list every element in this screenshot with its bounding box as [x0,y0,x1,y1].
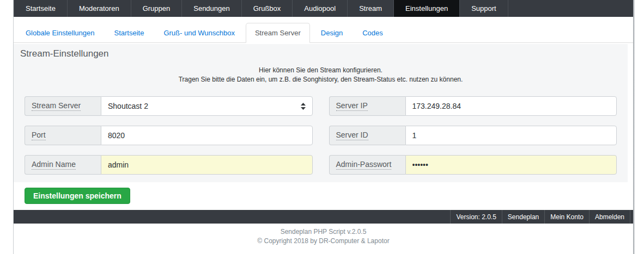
tab-gruss-und-wunschbox[interactable]: Gruß- und Wunschbox [155,23,244,42]
statusbar-link-abmelden[interactable]: Abmelden [589,210,630,224]
admin-password-addon: Admin-Passwort [329,155,405,175]
admin-name-addon: Admin Name [25,155,101,175]
field-server-id: Server ID [329,126,617,145]
admin-password-input[interactable] [405,155,617,175]
main-navbar: Startseite Moderatoren Gruppen Sendungen… [14,0,633,17]
statusbar-link-mein-konto[interactable]: Mein Konto [544,210,589,224]
version-label: Version: 2.0.5 [450,210,501,224]
stream-settings-form: Stream Server Shoutcast 2 Server IP [25,96,617,175]
tab-stream-server[interactable]: Stream Server [246,23,310,43]
field-port: Port [25,126,313,145]
tab-globale-einstellungen[interactable]: Globale Einstellungen [17,23,103,42]
tab-startseite[interactable]: Startseite [105,23,153,42]
server-id-label: Server ID [336,131,368,140]
nav-item-sendungen[interactable]: Sendungen [182,0,242,17]
nav-item-startseite[interactable]: Startseite [14,0,68,17]
footer-copyright: © Copyright 2018 by DR-Computer & Lapoto… [14,237,633,246]
nav-item-einstellungen[interactable]: Einstellungen [394,0,460,17]
nav-item-audiopool[interactable]: Audiopool [293,0,348,17]
port-addon: Port [25,126,101,145]
bottom-statusbar: Version: 2.0.5 Sendeplan Mein Konto Abme… [14,210,633,224]
help-text: Hier können Sie den Stream konfigurieren… [19,66,622,84]
server-ip-addon: Server IP [329,96,405,116]
save-settings-button[interactable]: Einstellungen speichern [25,188,130,204]
admin-password-label: Admin-Passwort [336,160,392,170]
page-container: Startseite Moderatoren Gruppen Sendungen… [14,0,633,246]
nav-item-moderatoren[interactable]: Moderatoren [68,0,131,17]
select-updown-icon [301,103,306,110]
settings-tabs: Globale Einstellungen Startseite Gruß- u… [14,17,633,43]
field-admin-name: Admin Name [25,155,313,175]
tab-codes[interactable]: Codes [354,23,392,42]
help-line-2: Tragen Sie bitte die Daten ein, um z.B. … [19,75,622,84]
page-footer: Sendeplan PHP Script v.2.0.5 © Copyright… [14,227,633,246]
vertical-scrollbar[interactable] [633,0,635,254]
server-ip-input[interactable] [405,96,617,116]
statusbar-link-sendeplan[interactable]: Sendeplan [502,210,544,224]
nav-item-support[interactable]: Support [460,0,508,17]
nav-item-stream[interactable]: Stream [348,0,394,17]
field-stream-server: Stream Server Shoutcast 2 [25,96,313,116]
nav-item-grussbox[interactable]: Grußbox [242,0,293,17]
server-id-input[interactable] [405,126,617,145]
field-server-ip: Server IP [329,96,617,116]
stream-server-select[interactable]: Shoutcast 2 [101,96,313,116]
nav-item-gruppen[interactable]: Gruppen [131,0,183,17]
footer-script-version: Sendeplan PHP Script v.2.0.5 [14,227,633,237]
stream-settings-panel: Stream-Einstellungen Hier können Sie den… [14,44,628,182]
stream-server-label: Stream Server [32,101,81,111]
admin-name-label: Admin Name [32,160,76,170]
field-admin-password: Admin-Passwort [329,155,617,175]
stream-server-selected-value: Shoutcast 2 [108,102,148,110]
help-line-1: Hier können Sie den Stream konfigurieren… [19,66,622,75]
stream-server-addon: Stream Server [25,96,101,116]
page-title: Stream-Einstellungen [19,47,622,59]
server-id-addon: Server ID [329,126,405,145]
port-label: Port [32,131,46,140]
tab-design[interactable]: Design [312,23,351,42]
admin-name-input[interactable] [101,155,313,175]
server-ip-label: Server IP [336,101,368,111]
port-input[interactable] [101,126,313,145]
